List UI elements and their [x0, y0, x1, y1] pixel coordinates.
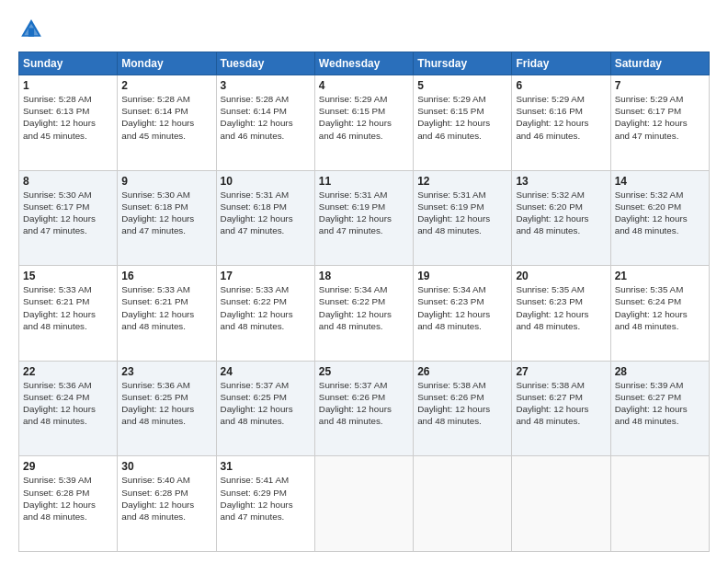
- calendar-cell: 27Sunrise: 5:38 AM Sunset: 6:27 PM Dayli…: [512, 361, 610, 456]
- day-number: 22: [23, 365, 113, 378]
- day-number: 7: [615, 79, 705, 92]
- calendar-cell: 19Sunrise: 5:34 AM Sunset: 6:23 PM Dayli…: [414, 266, 512, 362]
- calendar-cell: 22Sunrise: 5:36 AM Sunset: 6:24 PM Dayli…: [19, 361, 118, 456]
- day-number: 23: [121, 365, 211, 378]
- day-info: Sunrise: 5:32 AM Sunset: 6:20 PM Dayligh…: [615, 189, 705, 237]
- calendar-cell: 7Sunrise: 5:29 AM Sunset: 6:17 PM Daylig…: [610, 75, 709, 171]
- calendar-cell: 24Sunrise: 5:37 AM Sunset: 6:25 PM Dayli…: [216, 361, 314, 456]
- calendar-body: 1Sunrise: 5:28 AM Sunset: 6:13 PM Daylig…: [19, 75, 710, 552]
- day-info: Sunrise: 5:41 AM Sunset: 6:29 PM Dayligh…: [221, 474, 311, 523]
- day-number: 1: [23, 79, 113, 92]
- calendar-cell: 29Sunrise: 5:39 AM Sunset: 6:28 PM Dayli…: [19, 456, 118, 552]
- calendar-cell: 6Sunrise: 5:29 AM Sunset: 6:16 PM Daylig…: [512, 75, 610, 171]
- day-info: Sunrise: 5:29 AM Sunset: 6:16 PM Dayligh…: [516, 93, 606, 142]
- day-number: 13: [516, 175, 606, 188]
- calendar-cell: 31Sunrise: 5:41 AM Sunset: 6:29 PM Dayli…: [216, 456, 314, 552]
- day-number: 15: [23, 270, 113, 282]
- day-info: Sunrise: 5:35 AM Sunset: 6:23 PM Dayligh…: [516, 283, 606, 332]
- day-info: Sunrise: 5:33 AM Sunset: 6:22 PM Dayligh…: [221, 283, 311, 332]
- day-info: Sunrise: 5:29 AM Sunset: 6:17 PM Dayligh…: [615, 93, 705, 142]
- day-number: 14: [615, 175, 705, 188]
- calendar-cell: 4Sunrise: 5:29 AM Sunset: 6:15 PM Daylig…: [314, 75, 413, 171]
- calendar-cell: 30Sunrise: 5:40 AM Sunset: 6:28 PM Dayli…: [118, 456, 216, 552]
- day-info: Sunrise: 5:37 AM Sunset: 6:26 PM Dayligh…: [319, 379, 409, 428]
- week-row-2: 8Sunrise: 5:30 AM Sunset: 6:17 PM Daylig…: [19, 170, 710, 266]
- day-number: 3: [221, 79, 311, 92]
- calendar-cell: 8Sunrise: 5:30 AM Sunset: 6:17 PM Daylig…: [19, 170, 118, 266]
- week-row-3: 15Sunrise: 5:33 AM Sunset: 6:21 PM Dayli…: [19, 266, 710, 362]
- day-number: 28: [615, 365, 705, 378]
- day-number: 12: [417, 175, 507, 188]
- calendar-cell: 9Sunrise: 5:30 AM Sunset: 6:18 PM Daylig…: [118, 170, 216, 266]
- calendar-cell: 11Sunrise: 5:31 AM Sunset: 6:19 PM Dayli…: [314, 170, 413, 266]
- day-info: Sunrise: 5:30 AM Sunset: 6:17 PM Dayligh…: [23, 189, 113, 237]
- day-number: 19: [417, 270, 507, 282]
- weekday-row: SundayMondayTuesdayWednesdayThursdayFrid…: [19, 52, 710, 75]
- day-info: Sunrise: 5:28 AM Sunset: 6:14 PM Dayligh…: [221, 93, 311, 142]
- calendar-cell: 15Sunrise: 5:33 AM Sunset: 6:21 PM Dayli…: [19, 266, 118, 362]
- calendar-cell: 16Sunrise: 5:33 AM Sunset: 6:21 PM Dayli…: [118, 266, 216, 362]
- calendar-cell: 13Sunrise: 5:32 AM Sunset: 6:20 PM Dayli…: [512, 170, 610, 266]
- day-info: Sunrise: 5:36 AM Sunset: 6:24 PM Dayligh…: [23, 379, 113, 428]
- day-number: 5: [417, 79, 507, 92]
- calendar-cell: 23Sunrise: 5:36 AM Sunset: 6:25 PM Dayli…: [118, 361, 216, 456]
- day-info: Sunrise: 5:28 AM Sunset: 6:13 PM Dayligh…: [23, 93, 113, 142]
- day-info: Sunrise: 5:29 AM Sunset: 6:15 PM Dayligh…: [417, 93, 507, 142]
- day-info: Sunrise: 5:30 AM Sunset: 6:18 PM Dayligh…: [121, 189, 211, 237]
- calendar-table: SundayMondayTuesdayWednesdayThursdayFrid…: [18, 52, 710, 552]
- day-info: Sunrise: 5:34 AM Sunset: 6:23 PM Dayligh…: [417, 283, 507, 332]
- day-info: Sunrise: 5:37 AM Sunset: 6:25 PM Dayligh…: [221, 379, 311, 428]
- day-info: Sunrise: 5:31 AM Sunset: 6:18 PM Dayligh…: [221, 189, 311, 237]
- calendar-cell: 25Sunrise: 5:37 AM Sunset: 6:26 PM Dayli…: [314, 361, 413, 456]
- day-number: 30: [121, 460, 211, 473]
- week-row-4: 22Sunrise: 5:36 AM Sunset: 6:24 PM Dayli…: [19, 361, 710, 456]
- day-number: 27: [516, 365, 606, 378]
- day-info: Sunrise: 5:31 AM Sunset: 6:19 PM Dayligh…: [417, 189, 507, 237]
- day-info: Sunrise: 5:39 AM Sunset: 6:27 PM Dayligh…: [615, 379, 705, 428]
- calendar-cell: 5Sunrise: 5:29 AM Sunset: 6:15 PM Daylig…: [414, 75, 512, 171]
- calendar-cell: 2Sunrise: 5:28 AM Sunset: 6:14 PM Daylig…: [118, 75, 216, 171]
- weekday-header-thursday: Thursday: [414, 52, 512, 75]
- day-info: Sunrise: 5:29 AM Sunset: 6:15 PM Dayligh…: [319, 93, 409, 142]
- day-info: Sunrise: 5:28 AM Sunset: 6:14 PM Dayligh…: [121, 93, 211, 142]
- day-number: 17: [221, 270, 311, 282]
- day-info: Sunrise: 5:38 AM Sunset: 6:27 PM Dayligh…: [516, 379, 606, 428]
- day-number: 16: [121, 270, 211, 282]
- day-info: Sunrise: 5:32 AM Sunset: 6:20 PM Dayligh…: [516, 189, 606, 237]
- day-number: 18: [319, 270, 409, 282]
- calendar-cell: 10Sunrise: 5:31 AM Sunset: 6:18 PM Dayli…: [216, 170, 314, 266]
- day-info: Sunrise: 5:36 AM Sunset: 6:25 PM Dayligh…: [121, 379, 211, 428]
- day-number: 8: [23, 175, 113, 188]
- calendar-cell: [512, 456, 610, 552]
- header: [18, 17, 710, 42]
- calendar-header: SundayMondayTuesdayWednesdayThursdayFrid…: [19, 52, 710, 75]
- day-info: Sunrise: 5:33 AM Sunset: 6:21 PM Dayligh…: [121, 283, 211, 332]
- day-number: 21: [615, 270, 705, 282]
- day-info: Sunrise: 5:34 AM Sunset: 6:22 PM Dayligh…: [319, 283, 409, 332]
- weekday-header-wednesday: Wednesday: [314, 52, 413, 75]
- calendar-cell: 17Sunrise: 5:33 AM Sunset: 6:22 PM Dayli…: [216, 266, 314, 362]
- calendar-cell: 21Sunrise: 5:35 AM Sunset: 6:24 PM Dayli…: [610, 266, 709, 362]
- calendar-cell: 20Sunrise: 5:35 AM Sunset: 6:23 PM Dayli…: [512, 266, 610, 362]
- day-info: Sunrise: 5:39 AM Sunset: 6:28 PM Dayligh…: [23, 474, 113, 523]
- logo-icon: [18, 17, 44, 42]
- weekday-header-tuesday: Tuesday: [216, 52, 314, 75]
- day-number: 31: [221, 460, 311, 473]
- day-info: Sunrise: 5:38 AM Sunset: 6:26 PM Dayligh…: [417, 379, 507, 428]
- svg-rect-2: [28, 28, 34, 36]
- week-row-5: 29Sunrise: 5:39 AM Sunset: 6:28 PM Dayli…: [19, 456, 710, 552]
- day-number: 26: [417, 365, 507, 378]
- calendar-cell: 1Sunrise: 5:28 AM Sunset: 6:13 PM Daylig…: [19, 75, 118, 171]
- weekday-header-monday: Monday: [118, 52, 216, 75]
- calendar-cell: 28Sunrise: 5:39 AM Sunset: 6:27 PM Dayli…: [610, 361, 709, 456]
- day-info: Sunrise: 5:40 AM Sunset: 6:28 PM Dayligh…: [121, 474, 211, 523]
- page: SundayMondayTuesdayWednesdayThursdayFrid…: [0, 0, 728, 563]
- day-number: 10: [221, 175, 311, 188]
- calendar-cell: 3Sunrise: 5:28 AM Sunset: 6:14 PM Daylig…: [216, 75, 314, 171]
- logo: [18, 17, 48, 42]
- day-info: Sunrise: 5:35 AM Sunset: 6:24 PM Dayligh…: [615, 283, 705, 332]
- calendar-cell: 14Sunrise: 5:32 AM Sunset: 6:20 PM Dayli…: [610, 170, 709, 266]
- day-number: 20: [516, 270, 606, 282]
- weekday-header-sunday: Sunday: [19, 52, 118, 75]
- day-number: 24: [221, 365, 311, 378]
